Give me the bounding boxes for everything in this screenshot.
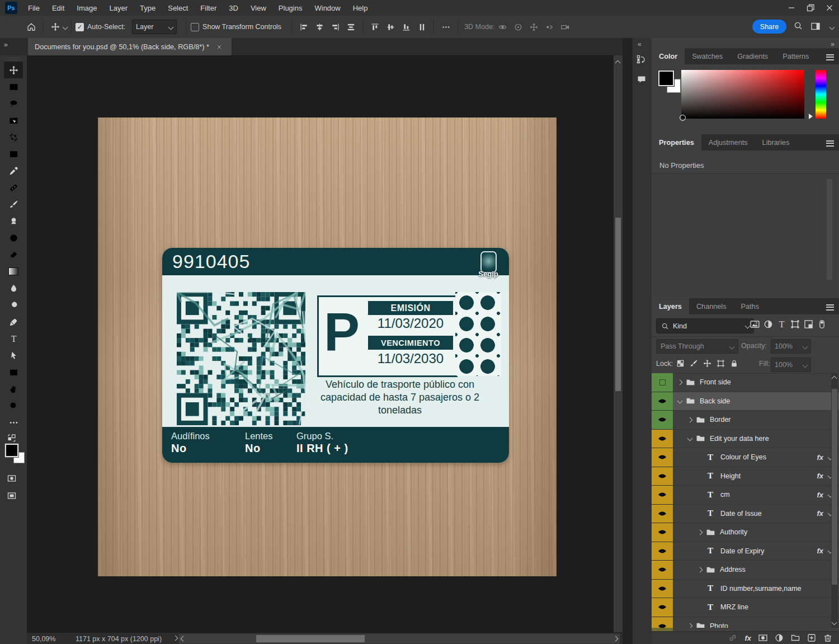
layer-row-date-of-issue[interactable]: TDate of Issuefx: [652, 505, 839, 524]
scroll-down-icon[interactable]: [832, 620, 837, 626]
tab-adjustments[interactable]: Adjustments: [701, 134, 755, 151]
layer-row-border[interactable]: Border: [652, 411, 839, 430]
share-button[interactable]: Share: [752, 20, 786, 34]
fx-icon[interactable]: fx: [817, 509, 823, 518]
roll-3d-button[interactable]: [510, 19, 526, 35]
layer-visibility-toggle[interactable]: [652, 411, 673, 429]
layer-row-back-side[interactable]: Back side: [652, 392, 839, 411]
chevron-down-icon[interactable]: [829, 25, 835, 30]
new-adjustment-layer-icon[interactable]: [775, 633, 784, 642]
status-chevron-icon[interactable]: [173, 636, 178, 641]
layer-row-body[interactable]: TID number,surname,name: [673, 580, 839, 598]
expand-group-icon[interactable]: [687, 623, 693, 628]
hue-slider-arrow[interactable]: [809, 114, 813, 119]
align-top-button[interactable]: [367, 19, 383, 35]
menu-file[interactable]: File: [22, 1, 46, 15]
collapse-group-icon[interactable]: [687, 436, 693, 441]
delete-layer-icon[interactable]: [823, 633, 832, 642]
menu-view[interactable]: View: [244, 1, 272, 15]
tool-type[interactable]: T: [4, 330, 23, 347]
search-icon[interactable]: [794, 21, 803, 30]
fx-icon[interactable]: fx: [817, 472, 823, 480]
fx-icon[interactable]: fx: [817, 547, 823, 555]
layer-row-body[interactable]: Back side: [673, 392, 839, 411]
distribute-vertical-button[interactable]: [414, 19, 430, 35]
workspace-icon[interactable]: [811, 22, 820, 31]
tool-history-brush[interactable]: [4, 229, 23, 246]
tool-frame[interactable]: [4, 145, 23, 162]
tool-more-tools[interactable]: [4, 414, 23, 431]
camera-3d-button[interactable]: [557, 19, 573, 35]
new-group-icon[interactable]: [791, 633, 800, 642]
lock-transparent-pixels-icon[interactable]: [676, 359, 685, 368]
panel-menu-icon[interactable]: [826, 140, 834, 147]
tool-eyedropper[interactable]: [4, 162, 23, 179]
smart-objects-filter-icon[interactable]: [804, 319, 813, 329]
align-left-button[interactable]: [296, 19, 312, 35]
tab-libraries[interactable]: Libraries: [755, 134, 797, 151]
screen-mode-icon[interactable]: [7, 491, 16, 500]
saturation-brightness-field[interactable]: [681, 70, 804, 119]
vertical-scroll-thumb[interactable]: [615, 218, 621, 391]
align-center-horizontal-button[interactable]: [312, 19, 327, 35]
toolbar-drag-handle[interactable]: [8, 58, 19, 60]
layer-visibility-toggle[interactable]: [652, 486, 673, 504]
layer-row-id-number-surname-name[interactable]: TID number,surname,name: [652, 580, 839, 599]
foreground-color-swatch[interactable]: [5, 444, 18, 457]
move-tool-preset[interactable]: [48, 19, 63, 35]
align-bottom-button[interactable]: [398, 19, 414, 35]
fill-field[interactable]: 100%: [771, 358, 811, 372]
layer-visibility-toggle[interactable]: [652, 523, 673, 542]
layer-visibility-toggle[interactable]: [652, 580, 673, 598]
tab-gradients[interactable]: Gradients: [730, 48, 775, 64]
lock-image-pixels-icon[interactable]: [690, 359, 698, 368]
lock-artboard-icon[interactable]: [717, 359, 725, 368]
document-tab[interactable]: Documents for you.psd @ 50,1% (Back side…: [28, 38, 232, 55]
layer-row-body[interactable]: Tcmfx: [673, 486, 839, 504]
orbit-3d-button[interactable]: [494, 19, 510, 35]
menu-help[interactable]: Help: [347, 1, 374, 15]
history-icon[interactable]: [637, 55, 645, 64]
layer-row-colour-of-eyes[interactable]: TColour of Eyesfx: [652, 448, 839, 467]
tool-gradient[interactable]: [4, 263, 23, 280]
tool-clone-stamp[interactable]: [4, 213, 23, 229]
layer-visibility-toggle[interactable]: [652, 598, 673, 617]
home-button[interactable]: [23, 19, 39, 35]
layer-row-body[interactable]: TDate of Expiryfx: [673, 542, 839, 561]
opacity-field[interactable]: 100%: [771, 339, 811, 354]
lock-position-icon[interactable]: [703, 359, 711, 368]
foreground-color-swatch[interactable]: [658, 70, 674, 86]
zoom-level-field[interactable]: 50,09%: [32, 635, 55, 643]
new-layer-icon[interactable]: [807, 633, 816, 642]
filter-toggle-icon[interactable]: [817, 319, 827, 329]
tab-overflow-icon[interactable]: »: [4, 41, 7, 49]
show-transform-checkbox[interactable]: [191, 23, 199, 31]
menu-select[interactable]: Select: [162, 1, 194, 15]
layer-row-address[interactable]: Address: [652, 561, 839, 580]
layer-row-authority[interactable]: Authority: [652, 523, 839, 542]
layer-row-date-of-expiry[interactable]: TDate of Expiryfx: [652, 542, 839, 561]
layer-row-body[interactable]: TColour of Eyesfx: [673, 448, 839, 467]
layer-row-body[interactable]: TDate of Issuefx: [673, 505, 839, 523]
tool-rectangular-marquee[interactable]: [4, 78, 23, 95]
swap-colors-icon[interactable]: [7, 434, 16, 443]
layer-row-cm[interactable]: Tcmfx: [652, 486, 839, 505]
tool-rectangle[interactable]: [4, 364, 23, 380]
layer-visibility-toggle[interactable]: [652, 430, 673, 448]
lock-all-icon[interactable]: [730, 359, 738, 368]
layer-visibility-toggle[interactable]: [652, 561, 673, 579]
close-button[interactable]: [820, 0, 839, 16]
layer-visibility-toggle[interactable]: [652, 617, 673, 628]
tool-move[interactable]: [4, 62, 23, 78]
expand-group-icon[interactable]: [697, 567, 703, 572]
tab-channels[interactable]: Channels: [689, 298, 734, 314]
shape-layers-filter-icon[interactable]: [790, 319, 800, 329]
expand-group-icon[interactable]: [677, 379, 683, 385]
tool-lasso[interactable]: [4, 95, 23, 112]
tool-blur[interactable]: [4, 280, 23, 297]
document-canvas[interactable]: 9910405 Segip P EMISIÓN 11/03/2020 VENCI…: [98, 117, 557, 576]
layer-visibility-toggle[interactable]: [652, 373, 673, 392]
tool-zoom[interactable]: [4, 397, 23, 414]
minimize-button[interactable]: [782, 0, 801, 16]
tool-healing-brush[interactable]: [4, 179, 23, 196]
